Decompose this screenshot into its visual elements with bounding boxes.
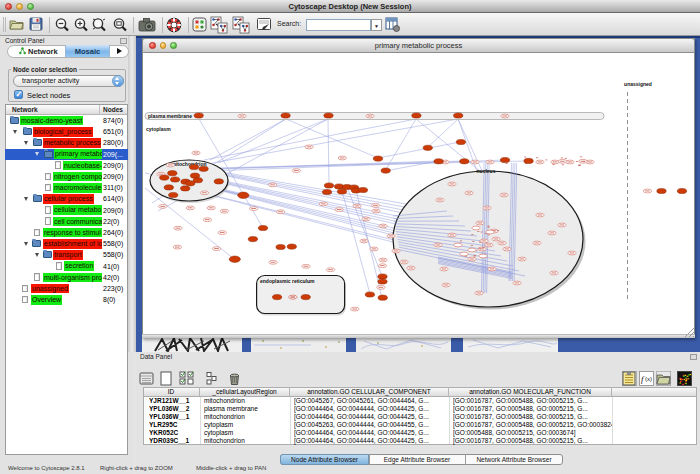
svg-text:cytoplasm: cytoplasm xyxy=(146,126,171,132)
svg-text:nucleus: nucleus xyxy=(477,168,496,174)
svg-text:plasma membrane: plasma membrane xyxy=(148,113,192,119)
svg-text:mitochondrion: mitochondrion xyxy=(172,161,207,167)
svg-text:unassigned: unassigned xyxy=(624,81,652,87)
svg-text:endoplasmic reticulum: endoplasmic reticulum xyxy=(260,278,315,284)
svg-text:(x): (x) xyxy=(645,376,652,382)
